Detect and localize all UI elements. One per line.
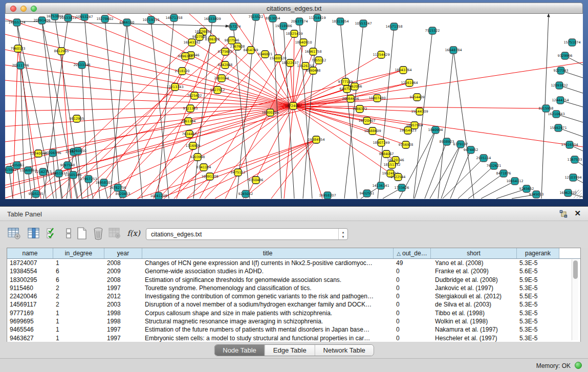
column-header-pagerank[interactable]: pagerank xyxy=(517,248,559,258)
network-node-label: 9175685 xyxy=(218,50,233,54)
network-edge[interactable] xyxy=(458,166,494,199)
network-node-label: 12444154 xyxy=(552,98,569,102)
network-node-label: 19218986 xyxy=(275,24,292,28)
table-select-dropdown[interactable]: citations_edges.txt ▲▼ xyxy=(146,228,348,240)
network-edge[interactable] xyxy=(430,144,461,199)
network-edge[interactable] xyxy=(425,142,447,199)
table-cell: 2003 xyxy=(104,300,142,309)
delete-table-button xyxy=(107,226,122,240)
network-canvas[interactable]: 1872400719384554183002951822605898275081… xyxy=(5,14,583,199)
network-edge[interactable] xyxy=(159,157,198,199)
network-edge[interactable] xyxy=(453,50,474,199)
table-row[interactable]: 1456911722003Disruption of a novel membe… xyxy=(7,300,580,309)
network-node-label: 15278602 xyxy=(96,17,113,21)
create-column-button[interactable] xyxy=(75,226,89,240)
network-node-label: 7462066 xyxy=(347,84,362,89)
network-node-label: 1316909 xyxy=(186,144,201,148)
network-node-label: 20891406 xyxy=(33,18,50,23)
network-edge[interactable] xyxy=(443,158,484,199)
network-edge[interactable] xyxy=(20,65,25,199)
table-cell: 5.3E-5 xyxy=(517,325,559,334)
column-header-name[interactable]: name xyxy=(7,248,53,258)
table-row[interactable]: 969969511998Structural magnetic resonanc… xyxy=(7,317,580,325)
network-edge[interactable] xyxy=(5,106,293,142)
network-node-label: 6466160 xyxy=(120,20,135,25)
tab-network-table[interactable]: Network Table xyxy=(315,345,374,356)
table-row[interactable]: 977716911998Corpus callosum shape and si… xyxy=(7,309,580,317)
network-edge[interactable] xyxy=(468,173,504,199)
network-node-label: 9227343 xyxy=(554,69,569,73)
network-edge[interactable] xyxy=(18,49,41,199)
table-row[interactable]: 1872400712008Changes of HCN gene express… xyxy=(7,259,580,267)
tab-edge-table[interactable]: Edge Table xyxy=(265,345,315,356)
network-node-label: 16782756 xyxy=(109,186,126,190)
column-header-label: pagerank xyxy=(525,250,551,257)
table-cell: Structural magnetic resonance image aver… xyxy=(142,317,394,325)
network-edge[interactable] xyxy=(481,181,515,199)
table-cell: 0 xyxy=(394,317,431,325)
close-panel-icon[interactable]: ✕ xyxy=(574,209,581,218)
network-node-label: 18322037 xyxy=(281,61,298,65)
delete-column-button[interactable] xyxy=(91,226,105,240)
show-columns-button[interactable] xyxy=(27,226,41,240)
memory-status-icon[interactable] xyxy=(575,362,582,369)
network-edge[interactable] xyxy=(61,87,175,199)
network-edge[interactable] xyxy=(293,52,313,106)
table-row[interactable]: 1830029562008Estimation of significance … xyxy=(7,276,580,284)
network-node-label: 8454749 xyxy=(244,48,258,52)
column-header-year[interactable]: year xyxy=(104,248,142,258)
table-scrollbar[interactable] xyxy=(572,259,578,340)
table-select-value: citations_edges.txt xyxy=(151,231,202,238)
network-node-label: 18724007 xyxy=(285,104,301,108)
network-edge[interactable] xyxy=(127,23,142,199)
resize-grip-icon[interactable] xyxy=(574,190,582,198)
table-row[interactable]: 946362711997Embryonic stem cells: a mode… xyxy=(7,334,580,342)
network-node-label: 18043764 xyxy=(395,68,411,72)
network-edge[interactable] xyxy=(438,50,453,199)
network-node-label: 2803144 xyxy=(214,76,229,80)
float-panel-icon[interactable] xyxy=(559,210,568,218)
network-edge[interactable] xyxy=(293,106,322,199)
network-edge[interactable] xyxy=(174,167,204,199)
network-edge[interactable] xyxy=(246,106,293,199)
column-header-in_degree[interactable]: in_degree xyxy=(53,248,104,258)
column-header-title[interactable]: title xyxy=(142,248,394,258)
network-node-label: 9432551 xyxy=(360,191,375,195)
network-edge[interactable] xyxy=(290,63,293,106)
network-node-label: 8813054 xyxy=(266,16,280,20)
window-titlebar[interactable]: citations_edges.txt xyxy=(5,3,583,14)
network-node-label: 2718120 xyxy=(175,69,190,73)
column-header-out_de[interactable]: △out_de… xyxy=(394,248,431,258)
table-cell: 5.3E-5 xyxy=(517,317,559,325)
table-cell: 1997 xyxy=(104,334,142,342)
network-node-label: 8920453 xyxy=(116,192,130,196)
table-mode-button[interactable] xyxy=(7,226,21,240)
network-edge[interactable] xyxy=(293,34,294,106)
network-edge[interactable] xyxy=(293,62,583,106)
network-edge[interactable] xyxy=(415,130,435,199)
network-node-label: 12142757 xyxy=(34,170,51,174)
table-cell: Estimation of significance thresholds fo… xyxy=(142,276,394,284)
table-cell: 1 xyxy=(53,317,104,325)
tab-node-table[interactable]: Node Table xyxy=(214,345,265,356)
table-scrollbar-thumb[interactable] xyxy=(573,260,578,279)
network-edge[interactable] xyxy=(13,49,18,199)
table-cell: 0 xyxy=(394,267,431,275)
network-node-label: 10241208 xyxy=(150,194,167,198)
column-header-label: name xyxy=(22,250,37,257)
function-builder-button[interactable]: f(x) xyxy=(126,226,141,240)
network-edge[interactable] xyxy=(215,140,316,199)
table-row[interactable]: 2242004622012Investigating the contribut… xyxy=(7,292,580,300)
row-tools-button[interactable] xyxy=(61,226,76,240)
network-node-label: 7857224 xyxy=(226,25,241,29)
table-row[interactable]: 911546021997Tourette syndrome. Phenomeno… xyxy=(7,284,580,292)
select-columns-button[interactable] xyxy=(45,226,59,240)
column-header-short[interactable]: short xyxy=(431,248,517,258)
table-cell: Investigating the contribution of common… xyxy=(142,292,394,300)
network-edge[interactable] xyxy=(67,14,293,106)
table-row[interactable]: 946554611997Estimation of the future num… xyxy=(7,325,580,334)
network-node-label: 8215958 xyxy=(539,106,554,111)
table-header-row: namein_degreeyeartitle△out_de…shortpager… xyxy=(7,248,580,259)
network-node-label: 2861364 xyxy=(181,119,196,123)
table-row[interactable]: 1938455462009Genome-wide association stu… xyxy=(7,267,580,275)
